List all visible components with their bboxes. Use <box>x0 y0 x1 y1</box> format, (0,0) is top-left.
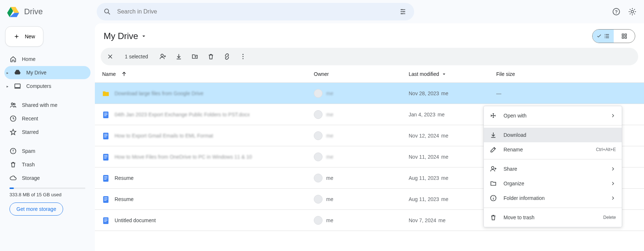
table-row[interactable]: Download large files from Google Driveme… <box>95 83 644 104</box>
expand-caret-icon[interactable]: ▸ <box>7 71 8 75</box>
col-owner-label[interactable]: Owner <box>314 71 329 77</box>
storage-usage-text: 333.8 MB of 15 GB used <box>4 192 90 197</box>
sidebar-item-label: Recent <box>22 116 38 121</box>
get-link-button[interactable] <box>223 53 231 60</box>
storage-usage-bar <box>9 188 85 189</box>
breadcrumb[interactable]: My Drive <box>104 31 147 41</box>
help-icon[interactable] <box>612 7 621 16</box>
col-size-label[interactable]: File size <box>496 71 515 77</box>
context-menu-open[interactable]: Open with <box>484 108 622 123</box>
sidebar-item-label: Starred <box>22 129 39 135</box>
modified-date: Nov 12, 2024 <box>409 133 439 139</box>
expand-caret-icon[interactable]: ▸ <box>7 84 8 88</box>
file-name: 04th Jan 2023 Export Exchange Public Fol… <box>115 112 250 117</box>
owner-avatar <box>314 131 323 140</box>
new-button[interactable]: New <box>5 26 43 47</box>
sidebar-item-home[interactable]: Home <box>4 53 90 66</box>
context-menu-share[interactable]: Share <box>484 162 622 176</box>
search-options-icon[interactable] <box>400 8 408 16</box>
download-button[interactable] <box>175 53 182 60</box>
modified-by: me <box>441 90 448 96</box>
move-button[interactable] <box>191 53 198 60</box>
move-to-folder-icon <box>191 53 198 60</box>
context-menu-label: Open with <box>504 113 603 119</box>
trash-icon <box>9 161 17 168</box>
modified-by: me <box>439 217 446 223</box>
share-button[interactable] <box>159 53 166 60</box>
list-icon <box>603 33 610 39</box>
home-icon <box>9 55 17 63</box>
search-input[interactable] <box>116 8 394 15</box>
check-icon <box>596 33 602 39</box>
logo-area[interactable]: Drive <box>6 5 88 18</box>
context-menu-organize[interactable]: Organize <box>484 176 622 191</box>
owner-name: me <box>326 154 333 160</box>
sidebar-item-label: Shared with me <box>22 102 57 108</box>
sidebar-item-recent[interactable]: Recent <box>4 112 90 125</box>
context-menu-rename[interactable]: RenameCtrl+Alt+E <box>484 142 622 157</box>
sidebar: New Home▸My Drive▸ComputersShared with m… <box>0 23 95 251</box>
context-menu: Open withDownloadRenameCtrl+Alt+EShareOr… <box>483 106 622 227</box>
download-icon <box>175 53 182 60</box>
sidebar-item-trash[interactable]: Trash <box>4 158 90 171</box>
rename-icon <box>490 146 497 153</box>
sidebar-item-computers[interactable]: ▸Computers <box>4 80 90 93</box>
settings-icon[interactable] <box>628 7 637 16</box>
more-actions-button[interactable] <box>239 53 247 60</box>
sidebar-item-starred[interactable]: Starred <box>4 126 90 139</box>
sidebar-item-shared[interactable]: Shared with me <box>4 99 90 112</box>
spam-icon <box>9 147 17 155</box>
file-type-icon <box>102 174 109 182</box>
file-name: Resume <box>115 196 134 202</box>
modified-by: me <box>437 112 444 117</box>
owner-avatar <box>314 216 323 225</box>
link-icon <box>223 53 231 60</box>
sidebar-item-storage[interactable]: Storage <box>4 171 90 185</box>
owner-avatar <box>314 89 323 98</box>
table-header: Name Owner Last modified File size <box>95 65 644 83</box>
new-button-label: New <box>25 34 35 39</box>
context-menu-download[interactable]: Download <box>484 128 622 142</box>
view-toggle <box>592 29 635 43</box>
modified-date: Nov 7, 2024 <box>409 217 436 223</box>
starred-icon <box>9 128 17 136</box>
owner-name: me <box>326 217 333 223</box>
grid-view-button[interactable] <box>614 30 635 43</box>
clear-selection-button[interactable] <box>104 53 116 60</box>
computers-icon <box>14 82 21 90</box>
caret-down-icon <box>140 33 147 39</box>
mydrive-icon <box>14 69 21 76</box>
col-name-label[interactable]: Name <box>102 71 116 77</box>
col-modified-label[interactable]: Last modified <box>409 71 439 77</box>
person-add-icon <box>159 53 166 60</box>
file-type-icon <box>102 217 109 224</box>
context-menu-label: Move to trash <box>504 215 597 220</box>
file-type-icon <box>102 153 109 161</box>
trash-icon <box>207 53 215 60</box>
sidebar-item-mydrive[interactable]: ▸My Drive <box>4 66 90 79</box>
modified-date: Aug 11, 2023 <box>409 175 439 181</box>
sort-arrow-up-icon[interactable] <box>121 71 127 77</box>
keyboard-shortcut: Ctrl+Alt+E <box>596 147 616 152</box>
context-menu-label: Rename <box>504 147 589 152</box>
app-name: Drive <box>24 7 43 16</box>
list-view-button[interactable] <box>593 30 614 43</box>
caret-down-icon[interactable] <box>441 71 447 77</box>
modified-date: Nov 28, 2023 <box>409 90 439 96</box>
context-menu-info[interactable]: Folder information <box>484 191 622 205</box>
modified-by: me <box>441 196 448 202</box>
owner-name: me <box>326 90 333 96</box>
sidebar-item-spam[interactable]: Spam <box>4 144 90 158</box>
context-menu-trash[interactable]: Move to trashDelete <box>484 210 622 225</box>
owner-avatar <box>314 152 323 161</box>
search-bar[interactable] <box>97 3 414 20</box>
selection-count: 1 selected <box>125 54 148 59</box>
owner-name: me <box>326 196 333 202</box>
owner-name: me <box>326 133 333 139</box>
file-name: Resume <box>115 175 134 181</box>
sidebar-item-label: Spam <box>22 148 35 154</box>
context-menu-label: Download <box>504 132 616 138</box>
delete-button[interactable] <box>207 53 215 60</box>
more-vertical-icon <box>239 53 247 60</box>
get-more-storage-button[interactable]: Get more storage <box>9 202 63 216</box>
